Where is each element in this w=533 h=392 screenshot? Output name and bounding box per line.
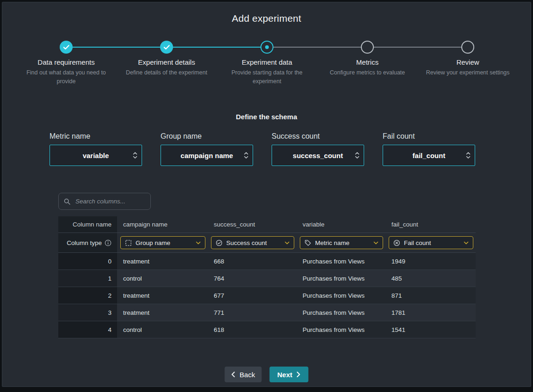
updown-chevron-icon [466, 152, 471, 159]
check-icon [61, 42, 72, 53]
next-button-label: Next [277, 371, 292, 379]
step-desc: Find out what data you need to provide [20, 68, 112, 86]
cell-campaign-name: treatment [117, 253, 208, 270]
updown-chevron-icon [244, 152, 248, 159]
step-item-data-requirements: Data requirements Find out what data you… [20, 58, 112, 86]
step-circle-data-requirements[interactable] [60, 41, 73, 54]
step-circle-experiment-details[interactable] [160, 41, 173, 54]
step-desc: Provide starting data for the experiment [221, 68, 313, 86]
table-row: 3 treatment 771 Purchases from Views 178… [58, 304, 476, 321]
info-icon[interactable] [105, 239, 112, 246]
row-index: 3 [58, 304, 117, 321]
group-name-select[interactable]: campaign name [161, 145, 253, 166]
column-header: success_count [208, 216, 297, 233]
check-icon [161, 42, 172, 53]
table-row: 2 treatment 677 Purchases from Views 871 [58, 287, 476, 304]
schema-selectors: Metric name variable Group name campaign… [50, 132, 475, 166]
column-type-dropdown-fail-count[interactable]: Fail count [389, 236, 473, 249]
column-type-value: Metric name [315, 239, 349, 246]
stepper-connector-3 [267, 47, 367, 48]
stepper-connector-4 [367, 47, 468, 48]
search-icon [63, 198, 71, 205]
column-type-value: Group name [136, 239, 170, 246]
cell-variable: Purchases from Views [297, 287, 385, 304]
row-index: 4 [58, 321, 117, 338]
cell-variable: Purchases from Views [297, 304, 385, 321]
step-item-experiment-data: Experiment data Provide starting data fo… [221, 58, 313, 86]
corner-header: Column name [58, 216, 117, 233]
selector-metric-name: Metric name variable [50, 132, 142, 166]
table-row: 0 treatment 668 Purchases from Views 194… [58, 253, 476, 270]
chevron-right-icon [297, 371, 301, 378]
cell-success-count: 764 [208, 270, 297, 287]
select-value: variable [83, 152, 109, 159]
step-circle-metrics[interactable] [361, 41, 374, 54]
selector-label: Metric name [50, 132, 142, 141]
cell-fail-count: 1949 [385, 253, 476, 270]
cell-variable: Purchases from Views [297, 270, 385, 287]
cell-success-count: 677 [208, 287, 297, 304]
column-type-dropdown-metric-name[interactable]: Metric name [300, 236, 383, 249]
column-header: fail_count [385, 216, 476, 233]
cell-fail-count: 1541 [385, 321, 476, 338]
cell-campaign-name: treatment [117, 304, 208, 321]
table-row: 1 control 764 Purchases from Views 485 [58, 270, 476, 287]
fail-count-select[interactable]: fail_count [383, 145, 475, 166]
column-type-label: Column type [67, 239, 102, 246]
cell-success-count: 771 [208, 304, 297, 321]
column-type-value: Fail count [404, 239, 431, 246]
step-label: Metrics [321, 58, 414, 66]
step-desc: Define details of the experiment [120, 68, 213, 77]
column-type-label-cell: Column type [58, 233, 117, 252]
cell-success-count: 618 [208, 321, 297, 338]
step-circle-experiment-data[interactable] [260, 41, 273, 54]
table-row: 4 control 618 Purchases from Views 1541 [58, 321, 476, 338]
row-index: 1 [58, 270, 117, 287]
step-label: Review [421, 58, 514, 66]
step-label: Data requirements [20, 58, 112, 66]
metric-name-select[interactable]: variable [50, 145, 142, 166]
success-icon [216, 239, 223, 246]
search-columns [58, 193, 151, 210]
chevron-down-icon [373, 241, 378, 245]
select-value: fail_count [413, 152, 446, 159]
step-desc: Review your experiment settings [421, 68, 514, 77]
cell-fail-count: 871 [385, 287, 476, 304]
cell-campaign-name: treatment [117, 287, 208, 304]
back-button[interactable]: Back [225, 367, 262, 382]
selector-success-count: Success count success_count [272, 132, 364, 166]
selector-group-name: Group name campaign name [161, 132, 253, 166]
group-icon [125, 239, 132, 246]
step-desc: Configure metrics to evaluate [321, 68, 414, 77]
selector-label: Fail count [383, 132, 475, 141]
stepper-connector-1 [66, 47, 167, 48]
search-input[interactable] [74, 197, 146, 205]
select-value: success_count [293, 152, 343, 159]
fail-icon [393, 239, 400, 246]
cell-campaign-name: control [117, 270, 208, 287]
success-count-select[interactable]: success_count [272, 145, 364, 166]
step-item-review: Review Review your experiment settings [421, 58, 514, 77]
step-circle-review[interactable] [461, 41, 474, 54]
step-label: Experiment details [120, 58, 213, 66]
selector-fail-count: Fail count fail_count [383, 132, 475, 166]
column-type-value: Success count [226, 239, 267, 246]
updown-chevron-icon [133, 152, 137, 159]
schema-heading: Define the schema [2, 113, 531, 121]
cell-campaign-name: control [117, 321, 208, 338]
column-type-dropdown-success-count[interactable]: Success count [211, 236, 294, 249]
cell-variable: Purchases from Views [297, 321, 385, 338]
cell-success-count: 668 [208, 253, 297, 270]
updown-chevron-icon [355, 152, 359, 159]
select-value: campaign name [180, 152, 233, 159]
selector-label: Group name [161, 132, 253, 141]
next-button[interactable]: Next [270, 367, 309, 382]
columns-table: Column name campaign name success_count … [58, 216, 476, 338]
column-type-dropdown-group-name[interactable]: Group name [120, 236, 205, 249]
column-header: campaign name [117, 216, 208, 233]
column-type-row: Column type Group name Success count [58, 233, 476, 253]
step-item-experiment-details: Experiment details Define details of the… [120, 58, 213, 77]
chevron-down-icon [285, 241, 290, 245]
current-step-dot-icon [265, 45, 269, 49]
chevron-down-icon [464, 241, 469, 245]
